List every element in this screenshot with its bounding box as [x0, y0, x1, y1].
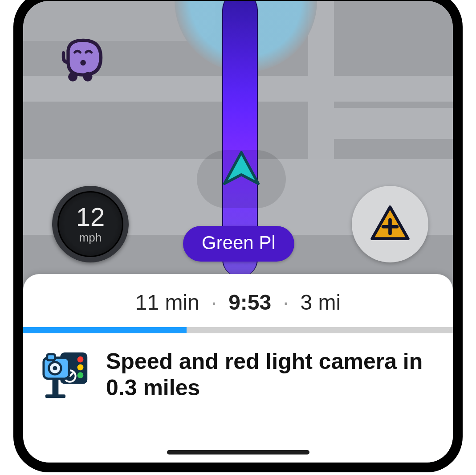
- svg-rect-14: [47, 354, 55, 360]
- svg-point-16: [53, 366, 57, 370]
- screen: Green Pl 12 mph 11 min · 9:53: [23, 1, 453, 463]
- svg-point-2: [68, 72, 77, 82]
- street-name-label: Green Pl: [202, 232, 276, 253]
- map-road: [317, 108, 453, 139]
- svg-point-3: [83, 72, 93, 82]
- svg-point-1: [80, 60, 86, 66]
- report-button[interactable]: [352, 186, 428, 262]
- home-indicator[interactable]: [167, 450, 309, 455]
- phone-frame: Green Pl 12 mph 11 min · 9:53: [13, 0, 463, 472]
- svg-marker-0: [224, 152, 258, 184]
- speed-unit: mph: [79, 231, 102, 245]
- eta-duration: 11 min: [135, 290, 199, 315]
- eta-distance: 3 mi: [301, 290, 341, 315]
- separator-dot: ·: [211, 290, 217, 315]
- route-progress-fill: [23, 327, 187, 333]
- wazer-avatar-icon[interactable]: [59, 37, 106, 83]
- svg-point-8: [77, 356, 84, 363]
- eta-arrival-time: 9:53: [228, 290, 271, 315]
- speedometer[interactable]: 12 mph: [52, 186, 129, 262]
- speed-value: 12: [76, 204, 105, 230]
- svg-rect-17: [53, 379, 59, 396]
- hazard-alert[interactable]: Speed and red light camera in 0.3 miles: [23, 333, 453, 401]
- street-name-chip[interactable]: Green Pl: [183, 226, 294, 262]
- eta-bar[interactable]: 11 min · 9:53 · 3 mi: [23, 274, 453, 327]
- svg-rect-18: [45, 394, 65, 398]
- speed-camera-icon: [41, 351, 94, 399]
- bottom-sheet[interactable]: 11 min · 9:53 · 3 mi: [23, 274, 453, 463]
- hazard-alert-text: Speed and red light camera in 0.3 miles: [106, 348, 435, 401]
- route-progress: [23, 327, 453, 333]
- separator-dot: ·: [283, 290, 289, 315]
- report-plus-triangle-icon: [369, 203, 411, 246]
- navigation-arrow-icon: [219, 148, 264, 192]
- svg-point-9: [77, 364, 84, 370]
- svg-point-10: [77, 372, 84, 378]
